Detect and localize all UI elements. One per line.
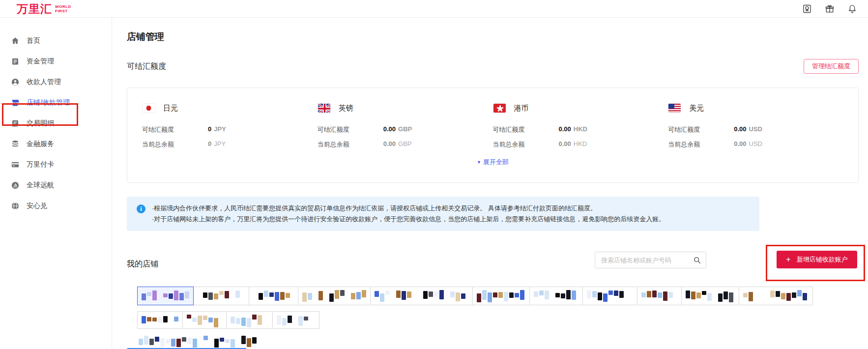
chevron-down-icon: ▼ [477,160,481,165]
redacted-shop-name [142,290,189,303]
quota-label: 可结汇额度 [668,125,734,134]
shop-tab[interactable] [298,287,371,305]
redacted-shop-name [534,290,579,303]
shop-tab[interactable] [370,287,473,305]
add-shop-account-button[interactable]: + 新增店铺收款账户 [777,251,857,268]
shop-tab[interactable] [193,287,249,305]
transactions-icon [11,119,20,128]
gb-flag-icon [318,103,331,113]
balance-label: 当前总余额 [318,140,383,149]
worldfirst-logo[interactable]: 万里汇 WORLD FIRST [17,2,71,15]
quota-card: 日元 可结汇额度0JPY 当前总余额0JPY 英镑 可结汇额度0.00GBP 当… [127,87,859,183]
balance-code: JPY [214,140,226,149]
main-content: 店铺管理 可结汇额度 管理结汇额度 日元 可结汇额度0JPY 当前总余额0JPY [112,18,868,349]
redacted-shop-name [477,290,525,303]
store-icon [11,98,20,107]
shop-tab[interactable] [637,287,682,305]
sidebar-item-finance[interactable]: 金融服务 [0,134,112,154]
balance-code: USD [749,140,762,149]
sidebar-item-exchange[interactable]: 安心兑 [0,196,112,216]
quota-code: USD [749,125,762,134]
shop-tab[interactable] [472,287,530,305]
selected-shop-heading [139,336,859,348]
us-flag-icon [668,103,681,113]
funds-icon [11,57,20,66]
currency-column-usd: 美元 可结汇额度0.00USD 当前总余额0.00USD [668,103,843,149]
sidebar-item-label: 金融服务 [27,140,54,148]
redacted-shop-title [139,336,859,348]
quota-amount: 0 [208,125,211,134]
rewards-icon[interactable] [802,4,812,14]
notice-line-2: ·对于店铺网站未上架的客户，万里汇将为您提供一个待进行安全验证的收款账户，便于您… [152,214,665,225]
shop-tab[interactable] [226,311,273,329]
sidebar-item-label: 全球远航 [27,181,54,190]
sidebar-item-voyage[interactable]: 全球远航 [0,175,112,196]
sidebar-item-label: 资金管理 [27,57,54,66]
gift-icon[interactable] [825,4,835,14]
balance-amount: 0.00 [734,140,746,149]
expand-all-link[interactable]: ▼展开全部 [142,158,843,167]
shop-tab[interactable] [582,287,637,305]
redacted-shop-name [187,315,222,327]
redacted-shop-name [302,290,366,303]
sidebar-item-funds[interactable]: 资金管理 [0,51,112,72]
finance-icon [11,140,20,148]
balance-amount: 0 [208,140,211,149]
page-title: 店铺管理 [127,18,859,43]
sidebar-item-transactions[interactable]: 交易明细 [0,113,112,134]
currency-name: 港币 [514,104,529,113]
shop-tab[interactable] [272,311,319,329]
shop-tab-selected[interactable] [137,287,194,305]
shop-tab[interactable] [182,311,227,329]
redacted-shop-name [743,290,809,303]
quota-label: 可结汇额度 [142,125,208,134]
redacted-shop-name [641,290,677,303]
balance-label: 当前总余额 [142,140,208,149]
bell-icon[interactable] [847,4,857,14]
quota-amount: 0.00 [559,125,571,134]
redacted-shop-name [142,315,178,327]
quota-code: HKD [574,125,587,134]
redacted-shop-name [587,290,633,303]
notice-line-1: ·根据境内合作伙伴要求，人民币结汇需要您提供真实的贸易订单信息作为结汇依据，请授… [152,203,665,214]
manage-quota-button[interactable]: 管理结汇额度 [804,59,859,74]
sidebar-item-home[interactable]: 首页 [0,30,112,51]
sidebar-item-card[interactable]: 万里付卡 [0,154,112,175]
info-icon: i [137,204,145,213]
currency-column-gbp: 英镑 可结汇额度0.00GBP 当前总余额0.00GBP [318,103,493,149]
payee-icon [11,78,20,87]
quota-section-title: 可结汇额度 [127,62,166,70]
sidebar: 首页 资金管理 收款人管理 店铺/收款管理 交易明细 金融服务 万里付卡 全球 [0,18,112,349]
balance-amount: 0.00 [383,140,396,149]
shop-tab[interactable] [681,287,739,305]
balance-label: 当前总余额 [493,140,559,149]
sidebar-item-label: 首页 [27,36,40,45]
card-icon [11,160,20,169]
shop-tab[interactable] [739,287,813,305]
sidebar-item-stores[interactable]: 店铺/收款管理 [0,92,112,113]
quota-amount: 0.00 [383,125,396,134]
balance-code: GBP [398,140,411,149]
redacted-shop-name [375,290,468,303]
sidebar-item-label: 店铺/收款管理 [27,98,70,107]
top-header: 万里汇 WORLD FIRST [0,0,868,18]
quota-label: 可结汇额度 [493,125,559,134]
shop-tab[interactable] [249,287,298,305]
shop-tab[interactable] [137,311,183,329]
redacted-shop-name [277,315,315,327]
balance-amount: 0.00 [559,140,571,149]
shop-tab[interactable] [529,287,583,305]
search-input[interactable] [601,257,693,264]
balance-code: HKD [574,140,587,149]
currency-column-hkd: 港币 可结汇额度0.00HKD 当前总余额0.00HKD [493,103,668,149]
sidebar-item-payees[interactable]: 收款人管理 [0,72,112,92]
redacted-shop-name [253,290,294,303]
sidebar-item-label: 收款人管理 [27,78,61,87]
search-icon[interactable] [693,256,701,264]
home-icon [11,36,20,45]
currency-name: 美元 [689,104,704,113]
exchange-icon [11,202,20,210]
logo-en-text: WORLD FIRST [55,4,71,13]
currency-column-jpy: 日元 可结汇额度0JPY 当前总余额0JPY [142,103,318,149]
quota-code: GBP [398,125,412,134]
